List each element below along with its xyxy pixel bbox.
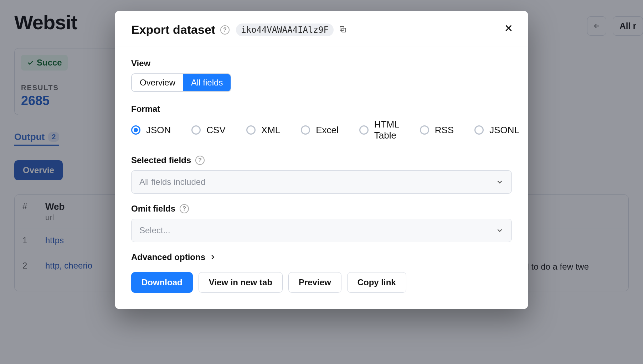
format-option-jsonl[interactable]: JSONL: [474, 125, 519, 136]
view-option-all-fields[interactable]: All fields: [183, 74, 231, 91]
omit-fields-label: Omit fields ?: [131, 204, 512, 214]
format-label: Format: [131, 104, 512, 114]
format-option-json[interactable]: JSON: [131, 125, 171, 136]
view-in-new-tab-button[interactable]: View in new tab: [199, 272, 283, 293]
format-option-html-table[interactable]: HTML Table: [359, 119, 399, 141]
advanced-options-toggle[interactable]: Advanced options: [131, 252, 512, 262]
action-buttons: Download View in new tab Preview Copy li…: [131, 272, 512, 293]
selected-fields-select[interactable]: All fields included: [131, 170, 512, 194]
dataset-id-badge: iko44VAWAA4IAlz9F: [236, 24, 334, 36]
modal-title: Export dataset: [131, 23, 215, 37]
format-option-csv[interactable]: CSV: [191, 125, 225, 136]
download-button[interactable]: Download: [131, 272, 193, 293]
close-button[interactable]: [503, 23, 514, 35]
view-label: View: [131, 58, 512, 68]
modal-header: Export dataset ? iko44VAWAA4IAlz9F: [115, 11, 528, 47]
selected-fields-label: Selected fields ?: [131, 155, 512, 165]
help-icon[interactable]: ?: [220, 25, 230, 35]
view-option-overview[interactable]: Overview: [132, 74, 183, 91]
chevron-down-icon: [496, 178, 504, 186]
format-option-excel[interactable]: Excel: [301, 125, 339, 136]
help-icon[interactable]: ?: [195, 156, 205, 165]
format-option-rss[interactable]: RSS: [420, 125, 454, 136]
close-icon: [503, 23, 514, 33]
omit-fields-select[interactable]: Select...: [131, 219, 512, 242]
chevron-down-icon: [496, 227, 504, 234]
format-radio-group: JSON CSV XML Excel HTML Table: [131, 119, 512, 141]
copy-id-button[interactable]: [339, 25, 347, 35]
copy-icon: [339, 25, 347, 33]
help-icon[interactable]: ?: [180, 204, 189, 213]
modal-overlay[interactable]: Export dataset ? iko44VAWAA4IAlz9F View …: [0, 0, 643, 364]
export-dataset-modal: Export dataset ? iko44VAWAA4IAlz9F View …: [115, 11, 528, 309]
copy-link-button[interactable]: Copy link: [347, 272, 406, 293]
view-segmented-control: Overview All fields: [131, 73, 231, 92]
chevron-right-icon: [209, 253, 217, 261]
format-option-xml[interactable]: XML: [246, 125, 280, 136]
preview-button[interactable]: Preview: [288, 272, 341, 293]
